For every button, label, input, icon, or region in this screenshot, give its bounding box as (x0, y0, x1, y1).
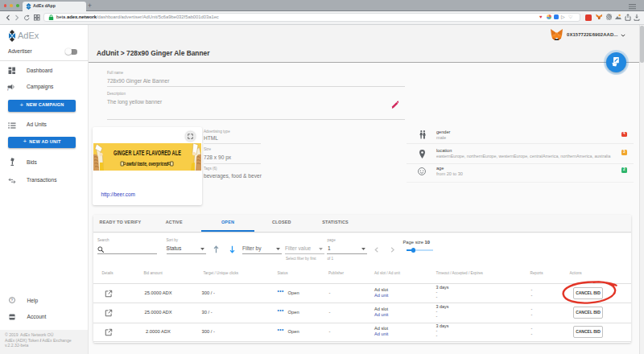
svg-text:?: ? (11, 298, 14, 303)
svg-text:y: y (7, 88, 9, 91)
svg-text:awful taste, overpriced: awful taste, overpriced (126, 160, 169, 167)
svg-text:GINGER LATE FLAVORED ALE: GINGER LATE FLAVORED ALE (114, 148, 181, 156)
